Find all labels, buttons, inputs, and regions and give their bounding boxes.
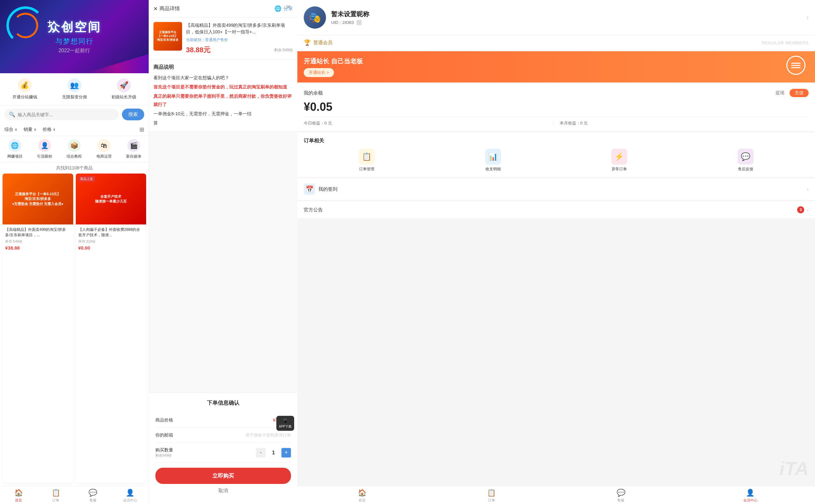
order-manage-label: 订单管理 bbox=[359, 167, 374, 172]
profile-uid: UID：24363 bbox=[331, 20, 801, 25]
product-stock-1: 库存:549份 bbox=[5, 239, 71, 244]
promo-banner: 开通站长 自己当老板 开通站长 > bbox=[297, 51, 815, 84]
quick-action-upgrade[interactable]: 🚀 初级站长升级 bbox=[99, 78, 149, 100]
detail-description: 商品说明 看到这个项目大家一定在想骗人的吧？ 首先这个项目是不需要你垫付资金的，… bbox=[149, 60, 297, 132]
cat-wangzhuan[interactable]: 🌐 网赚项目 bbox=[7, 139, 23, 159]
cat-xinzimeiti[interactable]: 🎬 新自媒体 bbox=[126, 139, 141, 159]
notice-badge: 3 bbox=[797, 206, 804, 213]
detail-info: 【高端精品】外面卖499的淘宝/拼多多/京东刷单项目，低保日入100+【一对一指… bbox=[186, 22, 293, 55]
nav-member[interactable]: 👤 会员中心 bbox=[111, 489, 149, 503]
result-count: 共找到1108个商品 bbox=[0, 163, 149, 174]
right-nav-home[interactable]: 🏠 首页 bbox=[297, 489, 427, 503]
app-icon: 📱 bbox=[279, 418, 292, 424]
promo-title: 开通站长 自己当老板 bbox=[304, 57, 363, 66]
product-price-row-1: ¥38.88 bbox=[5, 245, 71, 251]
promo-left: 开通站长 自己当老板 开通站长 > bbox=[304, 57, 363, 77]
dianshangyunying-label: 电商运营 bbox=[96, 154, 112, 159]
app-download-badge[interactable]: 📱 APP下载 bbox=[276, 416, 294, 431]
order-finance[interactable]: 📊 收支明细 bbox=[430, 149, 556, 172]
feedback-icon: 💬 bbox=[738, 149, 754, 165]
profile-arrow-icon[interactable]: › bbox=[806, 13, 809, 22]
checkin-section[interactable]: 📅 我的签到 › bbox=[297, 178, 815, 200]
home-icon: 🏠 bbox=[14, 489, 23, 497]
nav-service[interactable]: 💬 客服 bbox=[74, 489, 112, 503]
share-icon: 👥 bbox=[67, 78, 81, 92]
qty-minus-button[interactable]: - bbox=[256, 448, 266, 458]
filter-comprehensive-arrow: ⬆ bbox=[15, 128, 17, 131]
right-nav-member[interactable]: 👤 会员中心 bbox=[686, 489, 815, 503]
right-nav-orders[interactable]: 📋 订单 bbox=[427, 489, 556, 503]
qty-plus-button[interactable]: + bbox=[281, 448, 291, 458]
cancel-button[interactable]: 取消 bbox=[155, 484, 291, 498]
promo-clock-lines bbox=[789, 60, 803, 71]
order-feedback[interactable]: 💬 售后反馈 bbox=[683, 149, 809, 172]
search-input[interactable] bbox=[18, 112, 114, 117]
modal-close-icon[interactable]: ✕ bbox=[286, 3, 291, 11]
withdraw-button[interactable]: 提现 bbox=[776, 89, 784, 97]
product-card-2[interactable]: 新品上架 全套开户技术随便接一单最少几百 【人肉骗子必备】外面收费2888的全套… bbox=[76, 174, 146, 483]
product-info-1: 【高端精品】外面卖499的淘宝/拼多多/京东刷单项目，... 库存:549份 ¥… bbox=[3, 224, 73, 253]
avatar: 🎭 bbox=[304, 6, 326, 29]
search-input-wrap[interactable]: 🔍 bbox=[4, 109, 119, 120]
order-abnormal[interactable]: ⚡ 异常订单 bbox=[556, 149, 683, 172]
product-price-row-2: ¥0.00 bbox=[78, 245, 144, 251]
orders-section-title: 订单相关 bbox=[304, 138, 809, 144]
filter-sales[interactable]: 销量 ⬆ bbox=[24, 127, 36, 132]
product-img-text-1: 正规服务平台【一单8-10元】淘宝/京东/拼多多♦无需垫金 无需垫付 无需入会员… bbox=[12, 192, 63, 206]
order-modal-title: 下单信息确认 bbox=[155, 399, 291, 407]
product-img-1: 正规服务平台【一单8-10元】淘宝/京东/拼多多♦无需垫金 无需垫付 无需入会员… bbox=[3, 174, 73, 224]
banner-circle-inner-decoration bbox=[13, 13, 38, 38]
quick-action-share[interactable]: 👥 无限裂变分佣 bbox=[50, 78, 99, 100]
filter-price[interactable]: 价格 ⬆ bbox=[43, 127, 55, 132]
balance-amount: ¥0.05 bbox=[304, 100, 809, 114]
left-bottom-nav: 🏠 首页 📋 订单 💬 客服 👤 会员中心 bbox=[0, 486, 149, 504]
abnormal-icon: ⚡ bbox=[611, 149, 627, 165]
banner-year: 2022一起前行 bbox=[48, 47, 101, 54]
filter-price-label: 价格 bbox=[43, 127, 52, 132]
nav-orders-label: 订单 bbox=[52, 498, 59, 503]
balance-actions: 提现 充值 bbox=[776, 89, 809, 97]
detail-price: 38.88元 bbox=[186, 45, 210, 55]
checkin-left: 📅 我的签到 bbox=[304, 183, 337, 195]
product-card-1[interactable]: 正规服务平台【一单8-10元】淘宝/京东/拼多多♦无需垫金 无需垫付 无需入会员… bbox=[3, 174, 73, 483]
qty-label-wrap: 购买数量 剩余549份 bbox=[155, 447, 173, 458]
detail-price-row: 38.88元 剩余:549份 bbox=[186, 45, 293, 55]
filter-grid-icon[interactable]: ⊞ bbox=[139, 126, 144, 133]
search-button[interactable]: 搜索 bbox=[122, 109, 144, 120]
jiaocheng-label: 综合教程 bbox=[67, 154, 82, 159]
earn-icon: 💰 bbox=[18, 78, 32, 92]
notice-section[interactable]: 官方公告 3 › bbox=[297, 201, 815, 218]
buy-button[interactable]: 立即购买 bbox=[155, 468, 291, 484]
liuliang-icon: 👤 bbox=[38, 139, 51, 152]
promo-line-1 bbox=[791, 63, 801, 64]
banner-title: 众创空间 bbox=[48, 19, 101, 35]
copy-icon[interactable] bbox=[357, 20, 362, 25]
quick-action-earn[interactable]: 💰 开通分站赚钱 bbox=[0, 78, 50, 100]
right-nav-service-label: 客服 bbox=[617, 498, 624, 503]
qty-control: - 1 + bbox=[256, 448, 291, 458]
close-button[interactable]: ✕ 商品详情 bbox=[153, 5, 180, 12]
cat-jiaocheng[interactable]: 📦 综合教程 bbox=[67, 139, 82, 159]
product-info-2: 【人肉骗子必备】外面收费2888的全套开户技术，随便... 库存:318份 ¥0… bbox=[76, 224, 146, 253]
filter-comprehensive[interactable]: 综合 ⬆ bbox=[4, 127, 17, 132]
product-stock-2: 库存:318份 bbox=[78, 239, 144, 244]
close-icon: ✕ bbox=[153, 6, 158, 12]
orders-icon: 📋 bbox=[52, 489, 60, 497]
nav-orders[interactable]: 📋 订单 bbox=[37, 489, 74, 503]
right-service-icon: 💬 bbox=[617, 489, 625, 497]
upgrade-icon: 🚀 bbox=[117, 78, 131, 92]
promo-button[interactable]: 开通站长 > bbox=[304, 68, 334, 77]
right-bottom-nav: 🏠 首页 📋 订单 💬 客服 👤 会员中心 bbox=[297, 486, 815, 504]
nav-home[interactable]: 🏠 首页 bbox=[0, 489, 37, 503]
right-nav-member-label: 会员中心 bbox=[743, 498, 757, 503]
notice-right: 3 › bbox=[797, 206, 809, 213]
order-manage[interactable]: 📋 订单管理 bbox=[304, 149, 430, 172]
recharge-button[interactable]: 充值 bbox=[790, 89, 809, 97]
app-label: APP下载 bbox=[279, 424, 292, 429]
cat-dianshangyunying[interactable]: 🛍 电商运营 bbox=[96, 139, 112, 159]
cat-liuliang[interactable]: 👤 引流吸粉 bbox=[37, 139, 52, 159]
watermark-text: iTA bbox=[779, 458, 809, 479]
order-price-label: 商品价格 bbox=[155, 417, 173, 423]
right-nav-service[interactable]: 💬 客服 bbox=[556, 489, 686, 503]
search-bar: 🔍 搜索 bbox=[4, 109, 144, 120]
